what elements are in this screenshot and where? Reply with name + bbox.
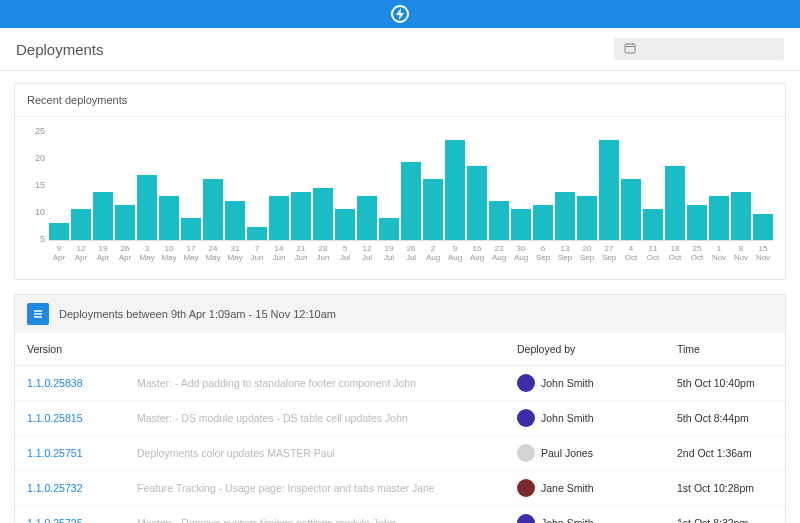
x-axis-label: 28Jun [313,245,333,263]
chart-bar[interactable] [753,214,773,240]
version-link[interactable]: 1.1.0.25815 [27,412,82,424]
x-axis-label: 18Oct [665,245,685,263]
deploy-time: 5th Oct 10:40pm [665,365,785,400]
col-time-header[interactable]: Time [665,333,785,366]
x-axis-label: 3May [137,245,157,263]
version-link[interactable]: 1.1.0.25751 [27,447,82,459]
table-row[interactable]: 1.1.0.25815Master: - DS module updates -… [15,400,785,435]
list-section-title: Deployments between 9th Apr 1:09am - 15 … [59,308,336,320]
page-header: Deployments [0,28,800,71]
deployed-by-name: John Smith [541,517,594,523]
chart-bar[interactable] [687,205,707,240]
chart-bar[interactable] [159,196,179,240]
col-message-header [125,333,505,366]
chart-bar[interactable] [181,218,201,240]
x-axis-label: 30Aug [511,245,531,263]
x-axis-label: 2Aug [423,245,443,263]
x-axis-label: 19Jul [379,245,399,263]
x-axis-label: 23Aug [489,245,509,263]
chart-bar[interactable] [731,192,751,240]
x-axis-label: 27Sep [599,245,619,263]
table-body: 1.1.0.25838Master: - Add padding to stan… [15,365,785,523]
deploy-time: 2nd Oct 1:36am [665,435,785,470]
x-axis-label: 12Jul [357,245,377,263]
chart-bar[interactable] [577,196,597,240]
chart-bar[interactable] [313,188,333,240]
chart-bar[interactable] [423,179,443,240]
date-range-picker[interactable] [614,38,784,60]
chart-bar[interactable] [533,205,553,240]
col-version-header[interactable]: Version [15,333,125,366]
chart-bar[interactable] [137,175,157,240]
chart-bar[interactable] [269,196,289,240]
commit-message: Feature Tracking - Usage page: Inspector… [137,482,435,494]
chart-bar[interactable] [49,223,69,240]
x-axis-label: 12Apr [71,245,91,263]
chart-bar[interactable] [401,162,421,240]
chart-bar[interactable] [335,209,355,240]
x-axis-label: 25Oct [687,245,707,263]
x-axis-label: 9Aug [445,245,465,263]
version-link[interactable]: 1.1.0.25838 [27,377,82,389]
x-axis-label: 24May [203,245,223,263]
chart-bar[interactable] [599,140,619,240]
avatar [517,374,535,392]
chart-bar[interactable] [93,192,113,240]
x-axis-label: 4Oct [621,245,641,263]
x-axis-label: 20Sep [577,245,597,263]
list-section-header: Deployments between 9th Apr 1:09am - 15 … [15,295,785,333]
bolt-icon[interactable] [391,5,409,23]
chart-bar[interactable] [247,227,267,240]
chart-bar[interactable] [643,209,663,240]
deployments-list-card: Deployments between 9th Apr 1:09am - 15 … [14,294,786,523]
x-axis-label: 16Aug [467,245,487,263]
x-axis-label: 13Sep [555,245,575,263]
table-row[interactable]: 1.1.0.25838Master: - Add padding to stan… [15,365,785,400]
deployed-by-name: Jane Smith [541,482,594,494]
chart-card: Recent deployments 510152025 9Apr12Apr19… [14,83,786,280]
chart-bar[interactable] [511,209,531,240]
chart-bar[interactable] [225,201,245,240]
chart-bar[interactable] [555,192,575,240]
x-axis-label: 17May [181,245,201,263]
x-axis-label: 10May [159,245,179,263]
avatar [517,479,535,497]
chart-bar[interactable] [115,205,135,240]
content-area: Recent deployments 510152025 9Apr12Apr19… [0,71,800,523]
x-axis-label: 11Oct [643,245,663,263]
x-axis-label: 14Jun [269,245,289,263]
x-axis-label: 21Jun [291,245,311,263]
x-axis-label: 19Apr [93,245,113,263]
chart-bar[interactable] [71,209,91,240]
chart-bar[interactable] [379,218,399,240]
table-row[interactable]: 1.1.0.25732Feature Tracking - Usage page… [15,470,785,505]
x-axis-label: 31May [225,245,245,263]
avatar [517,444,535,462]
chart-bar[interactable] [203,179,223,240]
chart: 510152025 9Apr12Apr19Apr26Apr3May10May17… [15,117,785,279]
chart-bar[interactable] [291,192,311,240]
chart-y-axis: 510152025 [27,131,49,263]
deploy-time: 1st Oct 8:32pm [665,505,785,523]
table-row[interactable]: 1.1.0.25725Master: - Remove custom timin… [15,505,785,523]
version-link[interactable]: 1.1.0.25732 [27,482,82,494]
chart-bar[interactable] [445,140,465,240]
chart-bar[interactable] [357,196,377,240]
topbar [0,0,800,28]
table-header-row: Version Deployed by Time [15,333,785,366]
avatar [517,514,535,523]
col-deployed-by-header[interactable]: Deployed by [505,333,665,366]
svg-rect-0 [625,44,635,53]
chart-bar[interactable] [621,179,641,240]
chart-bar[interactable] [665,166,685,240]
chart-bar[interactable] [709,196,729,240]
chart-bar[interactable] [489,201,509,240]
deploy-time: 5th Oct 8:44pm [665,400,785,435]
deployments-table: Version Deployed by Time 1.1.0.25838Mast… [15,333,785,523]
chart-bar[interactable] [467,166,487,240]
x-axis-label: 9Apr [49,245,69,263]
avatar [517,409,535,427]
commit-message: Deployments color updates MASTER Paul [137,447,335,459]
version-link[interactable]: 1.1.0.25725 [27,517,82,523]
table-row[interactable]: 1.1.0.25751Deployments color updates MAS… [15,435,785,470]
